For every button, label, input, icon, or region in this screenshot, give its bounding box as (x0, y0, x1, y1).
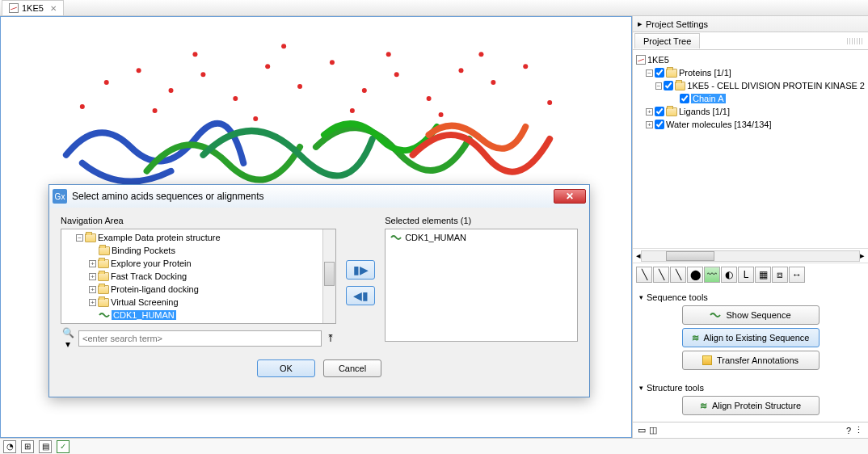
navigation-tree[interactable]: − Example Data protein structure Binding… (61, 229, 336, 324)
add-button[interactable]: ▮▶ (346, 260, 375, 280)
folder-icon (98, 285, 109, 294)
folder-icon (666, 107, 677, 116)
nav-item-virtual-screening[interactable]: + Virtual Screening (63, 296, 334, 309)
tree-water[interactable]: + Water molecules [134/134] (636, 118, 865, 131)
tab-project-tree[interactable]: Project Tree (634, 33, 700, 48)
hscroll-track[interactable] (641, 250, 860, 262)
hscroll-thumb[interactable] (666, 251, 714, 261)
svg-point-3 (200, 72, 205, 77)
nav-item-fasttrack[interactable]: + Fast Track Docking (63, 270, 334, 283)
help-icon[interactable]: ? (846, 426, 851, 435)
collapse-icon[interactable]: − (655, 82, 662, 90)
status-bar: ◔ ⊞ ▤ ✓ (0, 438, 868, 454)
checkbox-protein-entry[interactable] (664, 81, 673, 90)
folder-icon (98, 272, 109, 281)
show-sequence-label: Show Sequence (726, 310, 790, 320)
expand-icon[interactable]: + (89, 286, 96, 293)
checkbox-proteins[interactable] (655, 68, 664, 78)
sequence-tools-header[interactable]: Sequence tools (639, 292, 862, 302)
svg-point-18 (80, 104, 85, 109)
tree-protein-entry[interactable]: − 1KE5 - CELL DIVISION PROTEIN KINASE 2 (636, 79, 865, 92)
layout-icon-2[interactable]: ◫ (649, 425, 657, 435)
level-up-icon[interactable]: ⤒ (325, 333, 336, 344)
sequence-icon (710, 311, 721, 319)
vscroll[interactable] (322, 229, 335, 323)
svg-point-14 (153, 108, 158, 113)
transfer-annotations-button[interactable]: Transfer Annotations (682, 351, 820, 370)
collapse-icon[interactable]: − (76, 234, 83, 242)
tree-hscroll[interactable]: ◂ ▸ (633, 248, 868, 263)
project-tree[interactable]: 1KE5 − Proteins [1/1] − 1KE5 - CELL DIVI… (633, 50, 868, 248)
tool-cartoon[interactable]: 〰 (704, 267, 720, 283)
expand-icon[interactable]: + (89, 273, 96, 280)
tool-line-3[interactable]: ╲ (670, 267, 686, 283)
status-icon-2[interactable]: ⊞ (21, 440, 34, 453)
nav-item-cdk1-label: CDK1_HUMAN (112, 310, 176, 320)
checkbox-ligands[interactable] (655, 107, 664, 116)
collapse-icon[interactable]: − (646, 69, 653, 77)
status-icon-3[interactable]: ▤ (39, 440, 52, 453)
layout-icon-1[interactable]: ▭ (638, 425, 646, 435)
nav-item-cdk1[interactable]: CDK1_HUMAN (63, 309, 334, 322)
nav-item-explore[interactable]: + Explore your Protein (63, 257, 334, 270)
tree-chain-a[interactable]: Chain A (636, 92, 865, 105)
ok-button[interactable]: OK (257, 359, 315, 377)
remove-button[interactable]: ◀▮ (346, 286, 375, 305)
checkbox-chain-a[interactable] (680, 94, 689, 103)
mol-icon (636, 55, 646, 65)
tree-ligands[interactable]: + Ligands [1/1] (636, 105, 865, 118)
status-icon-4[interactable]: ✓ (57, 440, 70, 453)
tab-1ke5[interactable]: 1KE5 ✕ (2, 0, 64, 15)
structure-tools-header[interactable]: Structure tools (639, 383, 862, 393)
dialog-titlebar[interactable]: Gx Select amino acids sequences or align… (49, 185, 589, 208)
tool-line-1[interactable]: ╲ (636, 267, 652, 283)
tool-select[interactable]: ▦ (755, 267, 771, 283)
selected-item-cdk1[interactable]: CDK1_HUMAN (387, 231, 575, 244)
scroll-right-icon[interactable]: ▸ (860, 250, 865, 261)
svg-point-6 (297, 84, 302, 89)
tool-crop[interactable]: ⧈ (772, 267, 788, 283)
vscroll-thumb[interactable] (324, 262, 335, 286)
status-icon-1[interactable]: ◔ (3, 440, 16, 453)
mol-icon (9, 3, 19, 13)
tool-label[interactable]: L (738, 267, 754, 283)
tool-spheres[interactable]: ⬤ (687, 267, 703, 283)
tool-surface[interactable]: ◐ (721, 267, 737, 283)
nav-root-label: Example Data protein structure (98, 233, 221, 242)
tree-root[interactable]: 1KE5 (636, 53, 865, 66)
search-input[interactable] (78, 330, 322, 347)
nav-item-label: Fast Track Docking (111, 271, 187, 281)
nav-item-docking[interactable]: + Protein-ligand docking (63, 283, 334, 296)
checkbox-water[interactable] (655, 120, 664, 129)
svg-point-8 (362, 88, 367, 93)
expand-icon[interactable]: + (646, 121, 653, 128)
align-structure-button[interactable]: ≋ Align Protein Structure (682, 396, 820, 415)
svg-point-13 (523, 64, 528, 69)
right-status-bar: ▭ ◫ ? ⋮ (633, 422, 868, 438)
tree-proteins[interactable]: − Proteins [1/1] (636, 66, 865, 79)
transfer-annotations-label: Transfer Annotations (717, 355, 798, 365)
svg-point-22 (192, 52, 197, 57)
sequence-tools: Sequence tools Show Sequence ≋ Align to … (633, 286, 868, 376)
folder-icon (98, 298, 109, 307)
search-icon[interactable]: 🔍▾ (61, 327, 75, 350)
show-sequence-button[interactable]: Show Sequence (682, 305, 820, 325)
selected-list[interactable]: CDK1_HUMAN (385, 229, 578, 342)
tool-line-2[interactable]: ╲ (653, 267, 669, 283)
close-button[interactable]: ✕ (554, 189, 586, 204)
more-icon[interactable]: ⋮ (854, 425, 863, 435)
dialog-title-text: Select amino acids sequences or alignmen… (72, 191, 263, 202)
close-icon[interactable]: ✕ (50, 4, 57, 13)
nav-root[interactable]: − Example Data protein structure (63, 231, 334, 244)
align-existing-button[interactable]: ≋ Align to Existing Sequence (682, 328, 820, 347)
tool-arrows[interactable]: ↔ (789, 267, 805, 283)
grip-icon (847, 38, 863, 44)
align-structure-label: Align Protein Structure (712, 401, 801, 410)
svg-point-4 (233, 96, 238, 101)
expand-icon[interactable]: + (646, 108, 653, 116)
expand-icon[interactable]: + (89, 260, 96, 267)
cancel-button[interactable]: Cancel (323, 359, 381, 377)
expand-icon[interactable]: + (89, 299, 96, 306)
right-panel: ▸ Project Settings Project Tree 1KE5 − P… (632, 16, 868, 438)
nav-item-binding-pockets[interactable]: Binding Pockets (63, 244, 334, 257)
